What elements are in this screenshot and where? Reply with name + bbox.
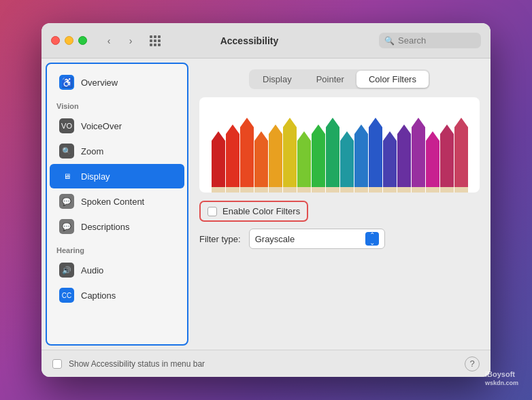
pencil-16 [440,124,454,193]
spoken-icon: 💬 [59,194,74,209]
pencil-9 [340,131,354,193]
close-button[interactable] [51,36,60,45]
sidebar-item-label: Audio [81,265,103,276]
status-bar-label: Show Accessibility status in menu bar [69,359,458,369]
descriptions-icon: 💬 [59,219,74,234]
sidebar-item-label: Spoken Content [81,197,144,207]
titlebar: ‹ › Accessibility 🔍 [41,23,491,59]
maximize-button[interactable] [78,36,87,45]
pencil-6 [297,131,311,193]
filter-select-arrow: ⌃⌄ [365,232,379,246]
sidebar-item-label: VoiceOver [81,121,122,131]
sidebar-item-audio[interactable]: 🔊 Audio [50,258,184,282]
tab-display[interactable]: Display [250,71,304,88]
search-icon: 🔍 [384,36,395,46]
sidebar: ♿ Overview Vision VO VoiceOver 🔍 Zoom 🖥 … [46,63,188,346]
pencils-container [206,97,473,193]
sidebar-item-descriptions[interactable]: 💬 Descriptions [50,214,184,239]
overview-icon: ♿ [59,75,74,90]
minimize-button[interactable] [65,36,73,45]
pencil-12 [383,131,397,193]
watermark: iBoysoftwskdn.com [485,370,518,386]
search-input[interactable] [398,35,473,46]
pencil-13 [397,124,411,193]
main-panel: Display Pointer Color Filters Enable Col… [188,59,491,350]
display-icon: 🖥 [59,169,74,184]
sidebar-item-spoken[interactable]: 💬 Spoken Content [50,189,184,214]
sidebar-item-label: Display [81,171,110,182]
sidebar-item-zoom[interactable]: 🔍 Zoom [50,139,184,163]
audio-icon: 🔊 [59,263,74,278]
filter-select-value: Grayscale [255,234,360,244]
captions-icon: CC [59,288,74,303]
pencil-14 [412,118,425,193]
sidebar-item-display[interactable]: 🖥 Display [50,164,184,188]
pencil-2 [240,118,254,193]
pencil-5 [283,118,297,193]
sidebar-item-overview[interactable]: ♿ Overview [50,70,184,95]
filter-type-label: Filter type: [199,234,241,244]
vision-section-label: Vision [47,95,187,113]
pencil-11 [369,118,382,193]
status-bar-checkbox[interactable] [52,359,62,369]
enable-color-filters-row: Enable Color Filters [199,201,308,222]
accessibility-window: ‹ › Accessibility 🔍 ♿ Overview Vision VO… [41,23,491,377]
search-box[interactable]: 🔍 [379,33,481,48]
pencil-10 [354,124,368,193]
controls-area: Enable Color Filters Filter type: Graysc… [199,201,480,249]
pencil-0 [212,131,225,193]
help-button[interactable]: ? [465,356,480,371]
sidebar-item-label: Descriptions [81,222,130,232]
pencil-8 [326,118,339,193]
tab-color-filters[interactable]: Color Filters [356,71,429,88]
pencil-15 [426,131,439,193]
chevron-icon: ⌃⌄ [369,231,375,246]
voiceover-icon: VO [59,118,74,133]
pencils-display [199,97,480,193]
window-title: Accessibility [127,35,372,46]
sidebar-item-label: Overview [81,78,118,88]
sidebar-item-voiceover[interactable]: VO VoiceOver [50,114,184,138]
pencil-7 [312,124,325,193]
filter-type-select[interactable]: Grayscale ⌃⌄ [249,229,385,249]
enable-color-filters-label: Enable Color Filters [222,206,300,216]
pencil-1 [226,124,239,193]
sidebar-item-label: Zoom [81,146,103,156]
tab-bar: Display Pointer Color Filters [249,69,430,89]
sidebar-item-label: Captions [81,290,116,301]
enable-color-filters-checkbox[interactable] [207,207,217,216]
zoom-icon: 🔍 [59,144,74,159]
pencil-4 [269,124,282,193]
pencil-3 [254,131,268,193]
tab-pointer[interactable]: Pointer [304,71,356,88]
hearing-section-label: Hearing [47,239,187,257]
pencil-17 [454,118,468,193]
back-button[interactable]: ‹ [99,34,118,48]
sidebar-item-captions[interactable]: CC Captions [50,283,184,307]
traffic-lights [51,36,87,45]
filter-type-row: Filter type: Grayscale ⌃⌄ [199,229,480,249]
main-content: ♿ Overview Vision VO VoiceOver 🔍 Zoom 🖥 … [41,59,491,350]
bottom-bar: Show Accessibility status in menu bar ? [41,350,491,377]
